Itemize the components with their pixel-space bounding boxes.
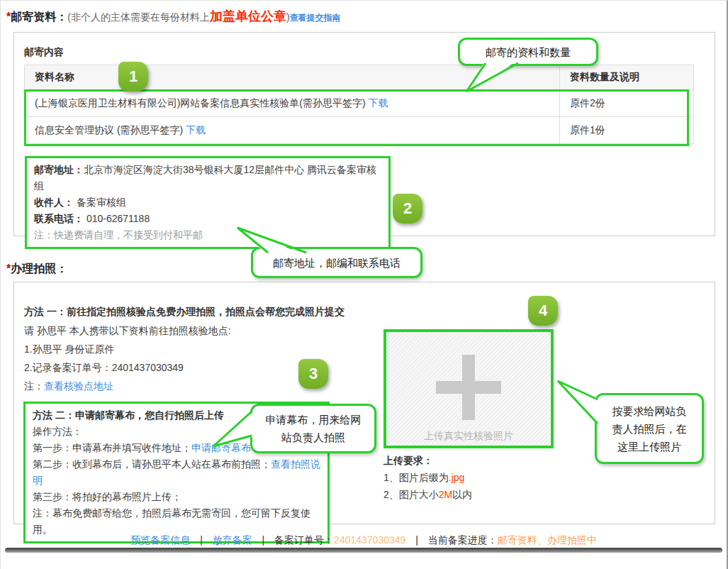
req1-text: 1、图片后缀为 bbox=[383, 472, 449, 483]
plus-icon bbox=[436, 355, 501, 420]
phone-label: 联系电话： bbox=[34, 213, 84, 224]
footer-bar: 预览备案信息 | 放弃备案 | 备案订单号：2401437030349 | 当前… bbox=[1, 534, 727, 547]
phone-value: 010-62671188 bbox=[86, 213, 150, 224]
callout-line: 站负责人拍照 bbox=[281, 429, 345, 446]
upload-requirements-title: 上传要求： bbox=[383, 455, 433, 468]
mail-materials-heading: *邮寄资料：(非个人的主体需要在每份材料上加盖单位公章)查看提交指南 bbox=[6, 8, 341, 25]
order-label: 备案订单号： bbox=[274, 534, 334, 546]
method1-title: 方法 一：前往指定拍照核验点免费办理拍照，拍照点会帮您完成照片提交 bbox=[24, 306, 345, 319]
req1-highlight: .jpg bbox=[449, 472, 465, 483]
photo-title: 办理拍照： bbox=[11, 263, 67, 275]
progress-label: 当前备案进度： bbox=[428, 534, 498, 546]
annotation-callout-mail-contents: 邮寄的资料和数量 bbox=[458, 38, 598, 66]
recipient-line: 收件人： 备案审核组 bbox=[34, 194, 381, 211]
annotation-badge-1: 1 bbox=[118, 62, 148, 92]
checkpoint-address-link[interactable]: 查看核验点地址 bbox=[44, 380, 113, 392]
recipient-value: 备案审核组 bbox=[77, 197, 126, 208]
mail-materials-title: 邮寄资料： bbox=[11, 11, 67, 23]
submission-guide-link[interactable]: 查看提交指南 bbox=[290, 13, 341, 23]
callout-line: 这里上传照片 bbox=[617, 438, 681, 455]
callout-line: 按要求给网站负 bbox=[612, 402, 687, 420]
method1-note: 注：查看核验点地址 bbox=[24, 380, 113, 393]
column-header-material-name: 资料名称 bbox=[25, 65, 560, 90]
material-name: 信息安全管理协议 (需孙思平签字) bbox=[35, 124, 183, 136]
annotation-callout-upload: 按要求给网站负 责人拍照后，在 这里上传照片 bbox=[595, 393, 704, 464]
mail-materials-note: (非个人的主体需要在每份材料上 bbox=[67, 11, 210, 23]
method1-line3: 2.记录备案订单号：2401437030349 bbox=[24, 362, 184, 375]
preview-filing-link[interactable]: 预览备案信息 bbox=[130, 534, 190, 546]
phone-line: 联系电话： 010-62671188 bbox=[34, 211, 381, 227]
annotation-callout-curtain: 申请幕布，用来给网 站负责人拍照 bbox=[250, 404, 376, 453]
progress-status: 邮寄资料、办理拍照中 bbox=[498, 534, 597, 546]
mail-fee-note: 注：快递费请自理，不接受到付和平邮 bbox=[34, 227, 381, 243]
upload-requirement-1: 1、图片后缀为.jpg bbox=[383, 472, 464, 485]
material-name: (上海银京医用卫生材料有限公司)网站备案信息真实性核验单(需孙思平签字) bbox=[35, 97, 366, 109]
download-link[interactable]: 下载 bbox=[369, 97, 388, 109]
table-row: (上海银京医用卫生材料有限公司)网站备案信息真实性核验单(需孙思平签字) 下载 … bbox=[25, 90, 694, 117]
quantity-cell: 原件2份 bbox=[560, 90, 694, 117]
annotation-badge-3: 3 bbox=[298, 359, 328, 389]
address-line: 邮寄地址：北京市海淀区海淀大街38号银科大厦12层邮件中心 腾讯云备案审核组 bbox=[34, 162, 381, 194]
req2-suffix: 以内 bbox=[452, 489, 472, 500]
req2-highlight: 2M bbox=[439, 489, 452, 500]
annotation-callout-mail-address: 邮寄地址，邮编和联系电话 bbox=[251, 247, 422, 278]
method1-line2: 1.孙思平 身份证原件 bbox=[24, 343, 115, 356]
filing-page: *邮寄资料：(非个人的主体需要在每份材料上加盖单位公章)查看提交指南 邮寄内容 … bbox=[0, 0, 728, 569]
address-value: 北京市海淀区海淀大街38号银科大厦12层邮件中心 腾讯云备案审核组 bbox=[34, 164, 376, 192]
callout-line: 申请幕布，用来给网 bbox=[266, 411, 362, 429]
photo-heading: *办理拍照： bbox=[6, 262, 67, 277]
separator: | bbox=[262, 534, 265, 546]
stamp-required-highlight: 加盖单位公章 bbox=[210, 9, 286, 23]
material-name-cell: 信息安全管理协议 (需孙思平签字) 下载 bbox=[25, 117, 560, 144]
annotation-badge-2: 2 bbox=[393, 194, 422, 223]
window-bottom-edge bbox=[5, 548, 722, 553]
quantity-cell: 原件1份 bbox=[560, 117, 694, 144]
note-label: 注： bbox=[24, 380, 44, 392]
upload-requirement-2: 2、图片大小2M以内 bbox=[383, 489, 472, 502]
column-header-quantity: 资料数量及说明 bbox=[560, 65, 694, 90]
annotation-badge-4: 4 bbox=[528, 296, 558, 326]
material-name-cell: (上海银京医用卫生材料有限公司)网站备案信息真实性核验单(需孙思平签字) 下载 bbox=[25, 90, 560, 117]
callout-line: 责人拍照后，在 bbox=[612, 420, 687, 438]
separator: | bbox=[415, 534, 418, 546]
order-number: 2401437030349 bbox=[334, 534, 405, 546]
separator: | bbox=[200, 534, 203, 546]
upload-photo-dropzone[interactable]: 上传真实性核验照片 bbox=[383, 329, 554, 448]
mail-address-block: 邮寄地址：北京市海淀区海淀大街38号银科大厦12层邮件中心 腾讯云备案审核组 收… bbox=[25, 156, 391, 249]
recipient-label: 收件人： bbox=[34, 197, 74, 208]
mail-content-subtitle: 邮寄内容 bbox=[24, 46, 64, 59]
table-row: 信息安全管理协议 (需孙思平签字) 下载 原件1份 bbox=[25, 117, 694, 144]
upload-placeholder: 上传真实性核验照片 bbox=[424, 430, 513, 443]
abandon-filing-link[interactable]: 放弃备案 bbox=[213, 534, 252, 546]
method1-line1: 请 孙思平 本人携带以下资料前往拍照核验地点: bbox=[24, 325, 231, 338]
req2-text: 2、图片大小 bbox=[383, 489, 439, 500]
download-link[interactable]: 下载 bbox=[186, 124, 206, 136]
address-label: 邮寄地址： bbox=[34, 164, 84, 175]
